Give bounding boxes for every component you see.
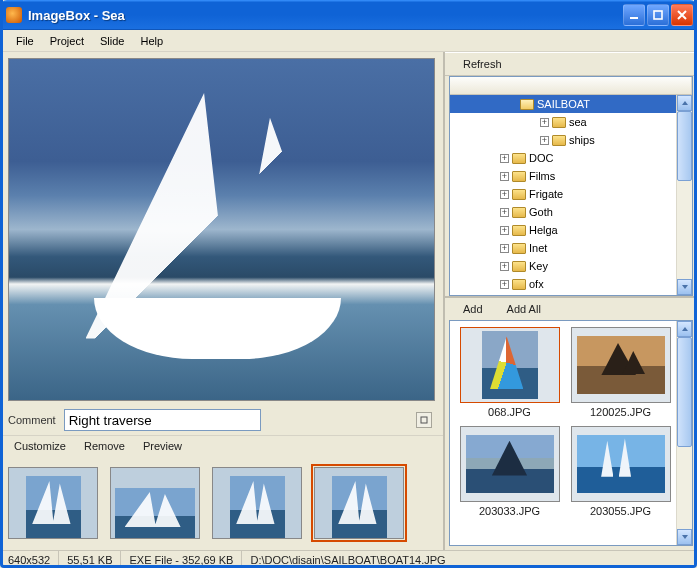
folder-icon: [512, 207, 526, 218]
preview-button[interactable]: Preview: [135, 438, 190, 454]
statusbar: 640x532 55,51 KB EXE File - 352,69 KB D:…: [0, 550, 697, 568]
gallery-item[interactable]: 203033.JPG: [458, 426, 561, 517]
scroll-thumb[interactable]: [677, 111, 692, 181]
folder-icon: [520, 99, 534, 110]
status-path: D:\DOC\disain\SAILBOAT\BOAT14.JPG: [242, 551, 697, 568]
folder-icon: [552, 117, 566, 128]
status-filesize: 55,51 KB: [59, 551, 121, 568]
expand-icon[interactable]: +: [500, 208, 509, 217]
menu-slide[interactable]: Slide: [92, 33, 132, 49]
thumbnail-strip: [0, 456, 443, 550]
folder-icon: [512, 279, 526, 290]
tree-item-label: DOC: [529, 152, 553, 164]
preview-image: [8, 58, 435, 401]
expand-icon[interactable]: +: [500, 154, 509, 163]
expand-icon[interactable]: +: [500, 226, 509, 235]
menu-help[interactable]: Help: [132, 33, 171, 49]
comment-row: Comment: [0, 405, 443, 435]
tree-item-label: Key: [529, 260, 548, 272]
gallery-label: 203055.JPG: [590, 505, 651, 517]
tree-item[interactable]: +Goth: [450, 203, 692, 221]
tree-item-label: Helga: [529, 224, 558, 236]
tree-item[interactable]: +ships: [450, 131, 692, 149]
remove-button[interactable]: Remove: [76, 438, 133, 454]
window-title: ImageBox - Sea: [28, 8, 621, 23]
scroll-down-icon[interactable]: [677, 279, 692, 295]
expand-icon[interactable]: +: [500, 244, 509, 253]
status-dimensions: 640x532: [0, 551, 59, 568]
thumbnail-item-selected[interactable]: [314, 467, 404, 539]
right-pane: Refresh SAILBOAT+sea+ships+DOC+Films+Fri…: [445, 52, 697, 550]
svg-rect-0: [630, 17, 638, 19]
expand-icon[interactable]: +: [500, 262, 509, 271]
tree-item[interactable]: +Films: [450, 167, 692, 185]
folder-icon: [512, 171, 526, 182]
titlebar: ImageBox - Sea: [0, 0, 697, 30]
expand-icon[interactable]: +: [500, 280, 509, 289]
thumbnail-toolbar: Customize Remove Preview: [0, 435, 443, 456]
gallery-thumb[interactable]: [571, 327, 671, 403]
expand-icon[interactable]: +: [540, 136, 549, 145]
tree-item[interactable]: +Helga: [450, 221, 692, 239]
tree-item-label: Inet: [529, 242, 547, 254]
scroll-up-icon[interactable]: [677, 95, 692, 111]
tree-item[interactable]: +DOC: [450, 149, 692, 167]
gallery-label: 068.JPG: [488, 406, 531, 418]
add-button[interactable]: Add: [455, 301, 491, 317]
browser-scrollbar[interactable]: [676, 321, 692, 545]
tree-item-label: ships: [569, 134, 595, 146]
thumbnail-item[interactable]: [212, 467, 302, 539]
tree-item[interactable]: +Key: [450, 257, 692, 275]
customize-button[interactable]: Customize: [6, 438, 74, 454]
image-browser[interactable]: 068.JPG120025.JPG203033.JPG203055.JPG: [449, 320, 693, 546]
tree-item-label: sea: [569, 116, 587, 128]
svg-rect-1: [654, 11, 662, 19]
folder-icon: [512, 153, 526, 164]
gallery-item[interactable]: 120025.JPG: [569, 327, 672, 418]
browser-toolbar: Add Add All: [445, 296, 697, 320]
comment-dropdown-icon[interactable]: [416, 412, 432, 428]
gallery-item[interactable]: 068.JPG: [458, 327, 561, 418]
tree-item[interactable]: +palm: [450, 293, 692, 296]
gallery-item[interactable]: 203055.JPG: [569, 426, 672, 517]
tree-item-label: Films: [529, 170, 555, 182]
expand-icon[interactable]: +: [540, 118, 549, 127]
refresh-button[interactable]: Refresh: [455, 56, 510, 72]
gallery-thumb[interactable]: [460, 426, 560, 502]
scroll-down-icon[interactable]: [677, 529, 692, 545]
maximize-button[interactable]: [647, 4, 669, 26]
comment-input[interactable]: [64, 409, 261, 431]
folder-icon: [512, 225, 526, 236]
gallery-thumb[interactable]: [571, 426, 671, 502]
comment-label: Comment: [8, 414, 56, 426]
folder-icon: [552, 135, 566, 146]
tree-item-selected[interactable]: SAILBOAT: [450, 95, 692, 113]
tree-item[interactable]: +sea: [450, 113, 692, 131]
thumbnail-item[interactable]: [110, 467, 200, 539]
tree-toolbar: Refresh: [445, 52, 697, 76]
gallery-label: 120025.JPG: [590, 406, 651, 418]
preview-area: [0, 52, 443, 405]
thumbnail-item[interactable]: [8, 467, 98, 539]
workspace: Comment Customize Remove Preview Refresh: [0, 52, 697, 550]
scroll-thumb[interactable]: [677, 337, 692, 447]
tree-item[interactable]: +Inet: [450, 239, 692, 257]
tree-item-label: Frigate: [529, 188, 563, 200]
expand-icon[interactable]: +: [500, 172, 509, 181]
menu-project[interactable]: Project: [42, 33, 92, 49]
folder-tree[interactable]: SAILBOAT+sea+ships+DOC+Films+Frigate+Got…: [449, 76, 693, 296]
close-button[interactable]: [671, 4, 693, 26]
scroll-up-icon[interactable]: [677, 321, 692, 337]
left-pane: Comment Customize Remove Preview: [0, 52, 445, 550]
minimize-button[interactable]: [623, 4, 645, 26]
status-exe: EXE File - 352,69 KB: [121, 551, 242, 568]
menu-file[interactable]: File: [8, 33, 42, 49]
tree-item[interactable]: +Frigate: [450, 185, 692, 203]
tree-item-label: ofx: [529, 278, 544, 290]
add-all-button[interactable]: Add All: [499, 301, 549, 317]
tree-scrollbar[interactable]: [676, 95, 692, 295]
gallery-label: 203033.JPG: [479, 505, 540, 517]
gallery-thumb[interactable]: [460, 327, 560, 403]
tree-item[interactable]: +ofx: [450, 275, 692, 293]
expand-icon[interactable]: +: [500, 190, 509, 199]
